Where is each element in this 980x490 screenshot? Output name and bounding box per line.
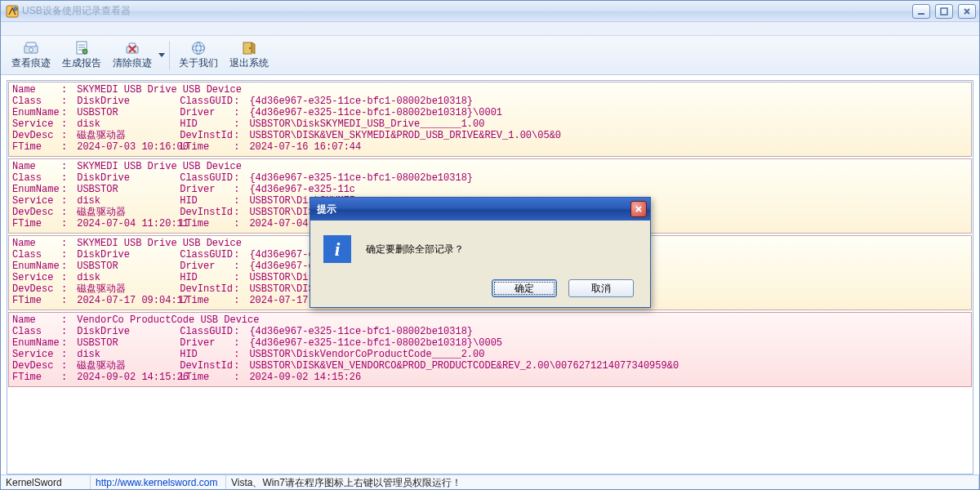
record-value: 2024-07-04 11:20:11 [77, 218, 175, 229]
record-value: DiskDrive [77, 96, 175, 107]
report-label: 生成报告 [62, 56, 101, 70]
view-traces-label: 查看痕迹 [11, 56, 51, 70]
about-label: 关于我们 [179, 56, 218, 70]
record-value: USBSTOR\DiskVendorCoProductCode_____2.00 [249, 349, 484, 360]
record-value: disk [77, 118, 175, 130]
exit-label: 退出系统 [229, 56, 269, 70]
view-traces-icon [23, 41, 39, 56]
record-value: USBSTOR\DISK&VEN_SKYMEDI&PROD_USB_DRIVE&… [249, 130, 561, 141]
record-value: 磁盘驱动器 [77, 207, 175, 218]
record-value: VendorCo ProductCode USB Device [77, 314, 175, 326]
status-hint: Vista、Win7请在程序图标上右键以管理员权限运行！ [226, 475, 979, 489]
exit-icon [241, 41, 257, 56]
clear-traces-button[interactable]: 清除痕迹 [107, 38, 158, 73]
svg-point-1 [14, 7, 17, 11]
record-value: USBSTOR [77, 261, 175, 272]
close-button[interactable] [958, 4, 976, 19]
record-value: USBSTOR\DiskSKYMEDI_USB_Drive_______1.00 [249, 118, 484, 130]
svg-rect-3 [941, 8, 947, 15]
record-value: 2024-07-17 09:04:17 [77, 295, 175, 306]
dialog-message: 确定要删除全部记录？ [366, 243, 464, 256]
record-value: 2024-07-16 16:07:44 [249, 141, 361, 153]
clear-traces-dropdown[interactable] [158, 53, 166, 58]
status-bar: KernelSword http://www.kernelsword.com V… [1, 474, 979, 489]
record-item[interactable]: Name: VendorCo ProductCode USB DeviceCla… [8, 312, 972, 387]
record-value: disk [77, 272, 175, 283]
record-value: 2024-09-02 14:15:26 [249, 372, 361, 383]
record-value: SKYMEDI USB Drive USB Device [77, 84, 175, 96]
record-item[interactable]: Name: SKYMEDI USB Drive USB DeviceClass:… [8, 82, 972, 157]
svg-point-14 [193, 42, 205, 55]
record-value: {4d36e967-e325-11ce-bfc1-08002be10318} [249, 326, 473, 337]
clear-traces-label: 清除痕迹 [113, 56, 152, 70]
record-value: DiskDrive [77, 326, 175, 337]
clear-traces-icon [124, 41, 140, 56]
svg-rect-5 [26, 42, 36, 47]
report-button[interactable]: 生成报告 [56, 38, 107, 73]
record-value: {4d36e967-e325-11ce-bfc1-08002be10318} [249, 172, 473, 184]
menu-gripper [1, 22, 979, 36]
dialog-titlebar[interactable]: 提示 [310, 198, 650, 220]
record-value: USBSTOR [77, 184, 175, 195]
record-value: SKYMEDI USB Drive USB Device [77, 238, 175, 249]
maximize-button[interactable] [935, 4, 953, 19]
exit-button[interactable]: 退出系统 [224, 38, 274, 73]
record-value: DiskDrive [77, 249, 175, 261]
record-value: {4d36e967-e325-11ce-bfc1-08002be10318}\0… [249, 337, 502, 349]
record-value: 2024-09-02 14:15:26 [77, 372, 175, 383]
record-value: disk [77, 349, 175, 360]
app-icon [6, 5, 19, 18]
toolbar-separator [169, 41, 170, 70]
record-value: 磁盘驱动器 [77, 360, 175, 372]
record-value: USBSTOR [77, 107, 175, 118]
dialog-title-text: 提示 [317, 203, 336, 216]
dialog-close-button[interactable] [630, 201, 647, 217]
record-value: 2024-07-03 10:16:00 [77, 141, 175, 153]
svg-point-11 [82, 49, 87, 54]
toolbar: 查看痕迹 生成报告 [1, 36, 979, 75]
record-value: {4d36e967-e325-11c [249, 184, 355, 195]
minimize-button[interactable] [912, 4, 930, 19]
record-value: {4d36e967-e325-11ce-bfc1-08002be10318} [249, 96, 473, 107]
window-title: USB设备使用记录查看器 [22, 4, 131, 18]
record-value: {4d36e967-e325-11ce-bfc1-08002be10318}\0… [249, 107, 502, 118]
record-value: USBSTOR [77, 337, 175, 349]
status-url-link[interactable]: http://www.kernelsword.com [96, 477, 217, 488]
info-icon: i [323, 235, 351, 263]
record-value: USBSTOR\DISK&VEN_VENDORCO&PROD_PRODUCTCO… [249, 360, 679, 372]
confirm-dialog: 提示 i 确定要删除全部记录？ 确定 取消 [310, 197, 651, 308]
dialog-cancel-button[interactable]: 取消 [568, 279, 634, 297]
about-button[interactable]: 关于我们 [173, 38, 224, 73]
report-icon [74, 41, 90, 56]
record-value: DiskDrive [77, 172, 175, 184]
record-value: 磁盘驱动器 [77, 130, 175, 141]
status-brand: KernelSword [1, 475, 91, 489]
view-traces-button[interactable]: 查看痕迹 [6, 38, 56, 73]
record-value: disk [77, 195, 175, 207]
svg-point-6 [29, 48, 33, 52]
record-value: 磁盘驱动器 [77, 283, 175, 295]
dialog-ok-button[interactable]: 确定 [492, 279, 557, 297]
record-value: SKYMEDI USB Drive USB Device [77, 161, 175, 172]
about-icon [190, 41, 207, 56]
svg-point-17 [249, 47, 251, 49]
title-bar: USB设备使用记录查看器 [1, 1, 979, 22]
